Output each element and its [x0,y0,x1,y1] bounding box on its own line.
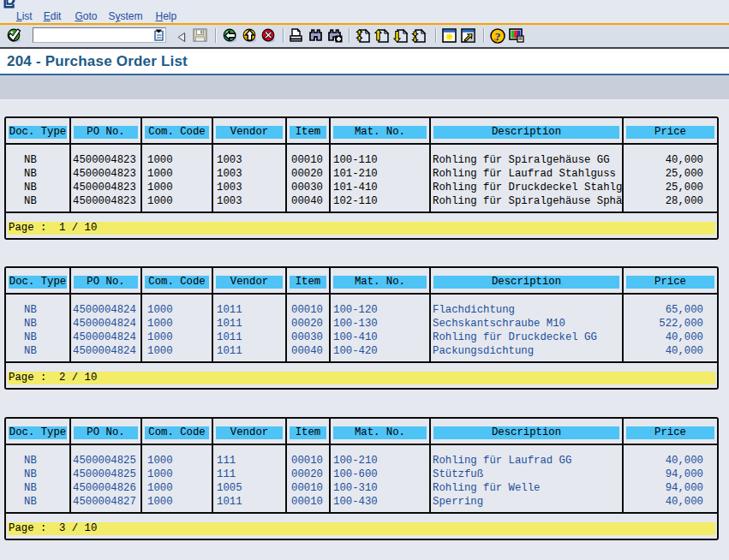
back-button[interactable] [223,28,237,46]
table-cell[interactable]: 1011 [213,344,285,358]
table-cell[interactable]: 1003 [213,181,285,194]
table-cell[interactable]: 1003 [213,167,285,181]
table-cell[interactable]: 4500004826 [71,481,140,495]
table-cell[interactable]: 00040 [287,344,329,358]
table-cell[interactable]: Rohling für Laufrad GG [431,454,622,468]
table-cell[interactable]: NB [6,481,69,495]
table-cell[interactable]: 1000 [142,468,212,481]
table-cell[interactable]: 4500004827 [71,495,140,509]
command-history-dropdown[interactable] [152,29,164,41]
table-cell[interactable]: 28,000 [624,194,717,208]
save-button[interactable] [193,28,208,46]
table-cell[interactable]: 4500004824 [71,331,140,344]
table-cell[interactable]: NB [6,454,69,468]
table-cell[interactable]: 101-410 [331,181,429,194]
table-cell[interactable]: 00010 [287,454,329,468]
table-cell[interactable]: 40,000 [624,153,717,167]
table-cell[interactable]: 100-420 [331,344,429,358]
table-cell[interactable]: 100-130 [331,317,429,331]
menu-item-system[interactable]: System [108,10,142,22]
table-cell[interactable]: 1005 [213,481,285,495]
table-cell[interactable]: 94,000 [624,481,717,495]
print-button[interactable] [289,28,303,46]
table-cell[interactable]: 111 [213,468,285,481]
table-cell[interactable]: 1011 [213,303,285,317]
table-cell[interactable]: NB [6,344,69,358]
table-cell[interactable]: 102-110 [331,194,429,208]
table-cell[interactable]: 25,000 [624,167,717,181]
table-cell[interactable]: 1011 [213,495,285,509]
table-cell[interactable]: 40,000 [624,495,717,509]
enter-button[interactable] [7,28,21,46]
table-cell[interactable]: 100-310 [331,481,429,495]
table-cell[interactable]: NB [6,181,69,194]
table-cell[interactable]: Rohling für Welle [431,481,622,495]
table-cell[interactable]: 65,000 [624,303,717,317]
help-button[interactable]: ? [490,28,505,47]
table-cell[interactable]: 1000 [142,194,212,208]
hide-command-field-button[interactable] [176,31,187,46]
find-next-button[interactable] [327,28,343,46]
table-cell[interactable]: 522,000 [624,317,717,331]
page-down-button[interactable] [393,28,409,47]
table-cell[interactable]: 25,000 [624,181,717,194]
table-cell[interactable]: 1000 [142,481,212,495]
table-cell[interactable]: 101-210 [331,167,429,181]
table-cell[interactable]: NB [6,317,69,331]
table-cell[interactable]: 00010 [287,481,329,495]
menu-item-edit[interactable]: Edit [44,10,62,22]
table-cell[interactable]: 1000 [142,331,212,344]
table-cell[interactable]: 94,000 [624,468,717,481]
table-cell[interactable]: 00040 [287,194,329,208]
table-cell[interactable]: 1000 [142,454,212,468]
table-cell[interactable]: 1003 [213,153,285,167]
table-cell[interactable]: 00030 [287,181,329,194]
table-cell[interactable]: 100-210 [331,454,429,468]
exit-button[interactable] [242,28,257,46]
table-cell[interactable]: 00010 [287,303,329,317]
create-shortcut-button[interactable] [461,28,475,46]
table-cell[interactable]: Stützfuß [431,468,622,481]
table-cell[interactable]: 00010 [287,153,329,167]
table-cell[interactable]: 4500004825 [71,468,140,481]
table-cell[interactable]: Rohling für Druckdeckel GG [431,331,622,344]
table-cell[interactable]: 100-410 [331,331,429,344]
table-cell[interactable]: NB [6,468,69,481]
table-cell[interactable]: Rohling für Druckdeckel Stahlg [431,181,622,194]
table-cell[interactable]: 1000 [142,344,212,358]
last-page-button[interactable] [411,28,427,47]
table-cell[interactable]: NB [6,331,69,344]
table-cell[interactable]: 40,000 [624,344,717,358]
table-cell[interactable]: 4500004823 [71,153,140,167]
table-cell[interactable]: 1000 [142,153,212,167]
cancel-button[interactable] [261,28,276,46]
table-cell[interactable]: 1003 [213,194,285,208]
table-cell[interactable]: 40,000 [624,331,717,344]
table-cell[interactable]: 100-120 [331,303,429,317]
window-system-icon[interactable] [3,0,17,12]
menu-item-goto[interactable]: Goto [75,10,97,22]
table-cell[interactable]: Rohling für Spiralgehäuse GG [431,153,622,167]
table-cell[interactable]: 4500004824 [71,303,140,317]
table-cell[interactable]: 1011 [213,317,285,331]
table-cell[interactable]: Flachdichtung [431,303,622,317]
table-cell[interactable]: 100-110 [331,153,429,167]
table-cell[interactable]: 4500004823 [71,194,140,208]
table-cell[interactable]: 00020 [287,167,329,181]
table-cell[interactable]: 1000 [142,303,212,317]
first-page-button[interactable] [356,28,371,47]
table-cell[interactable]: 1011 [213,331,285,344]
table-cell[interactable]: 00020 [287,468,329,481]
table-cell[interactable]: NB [6,495,69,509]
table-cell[interactable]: 4500004823 [71,181,140,194]
table-cell[interactable]: Sechskantschraube M10 [431,317,622,331]
table-cell[interactable]: 1000 [142,317,212,331]
table-cell[interactable]: 00020 [287,317,329,331]
table-cell[interactable]: 40,000 [624,454,717,468]
table-cell[interactable]: 4500004824 [71,317,140,331]
table-cell[interactable]: 4500004825 [71,454,140,468]
command-field[interactable] [33,27,166,43]
table-cell[interactable]: Packungsdichtung [431,344,622,358]
menu-item-help[interactable]: Help [155,10,176,22]
table-cell[interactable]: 4500004824 [71,344,140,358]
